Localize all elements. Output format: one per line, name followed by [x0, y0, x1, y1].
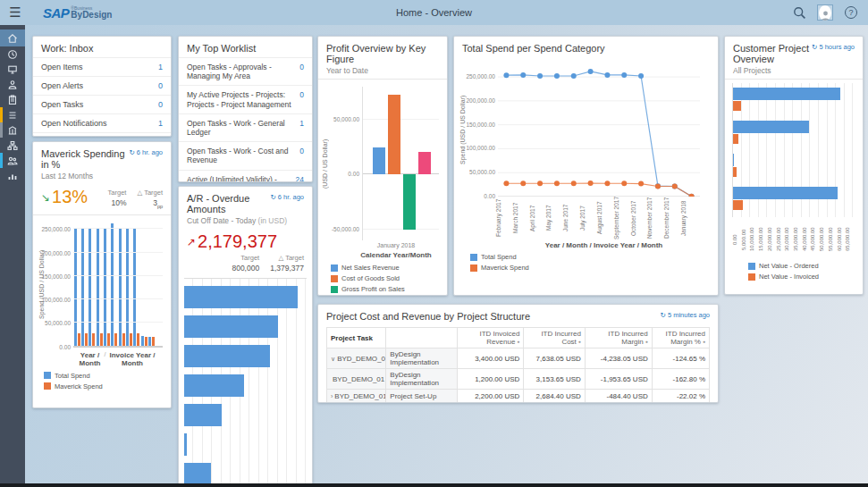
menu-icon[interactable]: ☰ [0, 4, 30, 21]
inbox-item-count[interactable]: 1 [158, 63, 163, 71]
gridline [73, 228, 163, 229]
profile-avatar[interactable] [817, 4, 833, 21]
x-tick-label: 15,000.00 [758, 219, 767, 260]
sidebar-item-worklist[interactable] [0, 107, 25, 122]
work-inbox-card: Work: Inbox Open Items 1 Open Alerts 0 O… [32, 36, 172, 137]
table-header-row: Project TaskITD Invoiced Revenue●ITD Inc… [327, 328, 710, 348]
x-tick-label: September 2017 [613, 197, 630, 239]
sidebar-item-partner[interactable] [0, 77, 25, 92]
x-tick-label: October 2017 [630, 197, 647, 239]
column-header[interactable]: ITD Incurred Margin %● [652, 328, 709, 348]
inbox-item[interactable]: Open Alerts 0 [33, 76, 171, 95]
worklist-item[interactable]: Active (Unlimited Validity) - Job Defini… [179, 170, 312, 183]
sidebar-item-org-chart[interactable] [0, 138, 25, 153]
sidebar-item-bank[interactable] [0, 122, 25, 138]
x-tick-label: June 2017 [562, 197, 579, 239]
inbox-item-count[interactable]: 0 [158, 81, 163, 90]
worklist-item[interactable]: Open Tasks - Work - General Ledger 1 [179, 113, 312, 141]
bar-gross-profit-on-sales [403, 174, 416, 229]
search-icon[interactable] [791, 4, 807, 21]
x-tick-label: 20,000.00 [767, 219, 776, 260]
overdue-bar [184, 374, 244, 397]
trend-up-icon: ↗ [187, 236, 196, 248]
legend-item: Net Value - Invoiced [748, 273, 863, 281]
expand-caret-icon[interactable]: ∨ [331, 356, 335, 362]
worklist-item[interactable]: Open Tasks - Approvals - Managing My Are… [179, 57, 312, 85]
sort-dot-icon: ● [703, 339, 705, 344]
worklist-item[interactable]: My Active Projects - Projects: Projects … [179, 85, 312, 113]
bar-net-sales-revenue [373, 147, 385, 175]
bar-ordered [733, 187, 838, 199]
card-title: Total Spend per Spend Category [462, 43, 710, 54]
inbox-item-count[interactable]: 1 [158, 119, 163, 128]
column-header[interactable]: ITD Incurred Margin● [585, 328, 652, 348]
inbox-item-count[interactable]: 0 [158, 100, 163, 109]
legend-item: Net Value - Ordered [748, 262, 863, 270]
sidebar-item-clipboard[interactable] [0, 92, 25, 107]
sidebar-item-desktop[interactable] [0, 62, 25, 77]
card-subtitle: All Projects [733, 66, 855, 75]
x-tick-label: 65,000.00 [845, 219, 854, 260]
top-header: ☰ SAP ®Business ByDesign Home - Overview… [0, 0, 868, 25]
overdue-bar [184, 404, 222, 426]
table-row[interactable]: ∨BYD_DEMO_01ByDesign Implementation3,400… [327, 348, 710, 369]
table-row[interactable]: BYD_DEMO_01ByDesign Implementation1,200.… [327, 369, 710, 390]
gridline [73, 322, 163, 323]
x-tick-label: April 2017 [529, 197, 546, 239]
bar-ordered [733, 88, 840, 100]
table-row[interactable]: ›BYD_DEMO_01_1000Project Set-Up2,200.00 … [327, 390, 710, 403]
x-category-label: January 2018 [318, 240, 447, 249]
sidebar-item-home[interactable] [0, 29, 25, 46]
column-header[interactable]: ITD Invoiced Revenue● [457, 328, 524, 348]
overdue-bar [184, 315, 278, 338]
screen-edge-bar [0, 483, 868, 487]
worklist-item-count[interactable]: 24 [296, 175, 304, 183]
gridline [73, 298, 163, 299]
inbox-item[interactable]: Open Items 1 [33, 57, 171, 76]
legend-swatch [470, 264, 477, 272]
table-cell: -1,800.00 USD [585, 403, 652, 404]
worklist-item[interactable]: Open Tasks - Work - Cost and Revenue 0 [179, 141, 312, 169]
bar-cost-of-goods-sold [388, 95, 400, 174]
overdue-bar [184, 286, 298, 308]
spend-line-chart: Spend (USD / US Dollar) 0.0050,000.00100… [454, 57, 718, 197]
table-row[interactable]: ›BYD_DEMO_01_3000Realization1,800.00 USD… [327, 403, 710, 404]
worklist-item-count[interactable]: 0 [299, 147, 304, 164]
trend-down-icon: ↘ [41, 191, 50, 204]
column-header[interactable] [386, 328, 457, 348]
x-tick-label: 45,000.00 [810, 219, 819, 260]
column-header[interactable]: ITD Incurred Cost● [524, 328, 585, 348]
inbox-item[interactable]: Open Tasks 0 [33, 95, 171, 113]
inbox-item[interactable]: Open Notifications 1 [33, 113, 171, 132]
inbox-item[interactable]: Open Clarifications 0 [33, 132, 171, 137]
x-tick-label: May 2017 [545, 197, 562, 239]
worklist-item-count[interactable]: 1 [299, 119, 304, 137]
table-cell: -124.65 % [652, 348, 709, 369]
refresh-timestamp[interactable]: ↻ 5 hours ago [812, 43, 855, 51]
inbox-list: Open Items 1 Open Alerts 0 Open Tasks 0 … [33, 57, 171, 137]
expand-caret-icon[interactable]: › [331, 393, 333, 399]
legend-item: Maverick Spend [44, 382, 171, 390]
y-axis-ticks: 0.0050,000.00100,000.00150,000.00200,000… [45, 221, 73, 348]
refresh-timestamp[interactable]: ↻ 5 minutes ago [661, 311, 710, 319]
sort-dot-icon: ● [645, 339, 648, 344]
card-title: My Top Worklist [187, 43, 304, 54]
gridline [73, 275, 163, 276]
legend-swatch [44, 372, 51, 379]
sort-dot-icon: ● [517, 339, 519, 344]
worklist-item-count[interactable]: 0 [299, 90, 304, 108]
column-header[interactable]: Project Task [327, 328, 386, 348]
sidebar-item-analytics[interactable] [0, 168, 25, 183]
worklist-item-count[interactable]: 0 [299, 63, 304, 80]
overdue-bar [184, 463, 211, 485]
chart-legend: Total SpendMaverick Spend [454, 249, 718, 272]
help-icon[interactable]: ? [843, 4, 859, 21]
sidebar-item-history[interactable] [0, 46, 25, 62]
legend-swatch [748, 263, 755, 270]
bar-ordered [733, 154, 734, 166]
legend-swatch [331, 264, 338, 272]
refresh-timestamp[interactable]: ↻ 6 hr. ago [270, 193, 304, 201]
sidebar-item-people[interactable] [0, 153, 25, 168]
kpi-value: ↗ 2,179,377 [187, 231, 304, 252]
refresh-timestamp[interactable]: ↻ 6 hr. ago [129, 148, 163, 156]
